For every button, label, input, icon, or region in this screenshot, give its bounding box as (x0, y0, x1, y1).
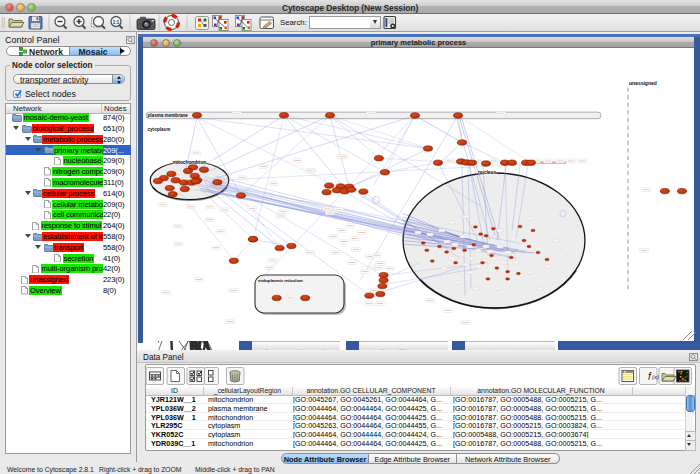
svg-text:(x): (x) (652, 374, 659, 380)
svg-text:mitochondrion: mitochondrion (173, 160, 207, 165)
svg-text:plasma membrane: plasma membrane (148, 112, 189, 117)
svg-text:1:1: 1:1 (113, 20, 120, 25)
svg-text:endoplasmic reticulum: endoplasmic reticulum (258, 277, 303, 282)
svg-text:nucleus: nucleus (478, 169, 496, 174)
svg-text:cytoplasm: cytoplasm (148, 127, 171, 132)
svg-text:unassigned: unassigned (629, 80, 657, 86)
